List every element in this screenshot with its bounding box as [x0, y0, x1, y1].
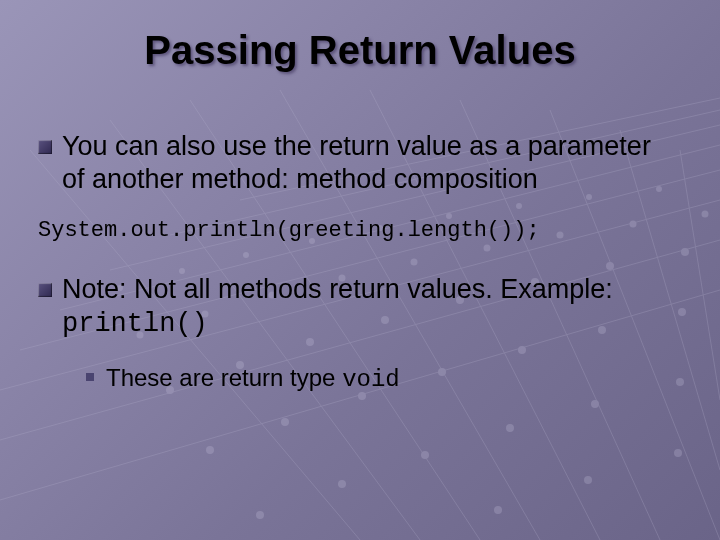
bullet-text-1: You can also use the return value as a p…	[62, 130, 680, 196]
slide-title: Passing Return Values	[0, 28, 720, 73]
svg-point-32	[702, 211, 709, 218]
svg-point-7	[681, 248, 689, 256]
bullet-item-2: Note: Not all methods return values. Exa…	[38, 273, 680, 341]
sub-code: void	[342, 366, 400, 393]
sub-bullet-item: These are return type void	[86, 363, 680, 395]
sub-prefix: These are return type	[106, 364, 342, 391]
sub-bullet-text: These are return type void	[106, 363, 400, 395]
svg-point-18	[506, 424, 514, 432]
svg-point-19	[591, 400, 599, 408]
svg-point-15	[256, 511, 264, 519]
svg-point-22	[584, 476, 592, 484]
svg-point-23	[674, 449, 682, 457]
bullet-2-code: println()	[62, 309, 208, 339]
svg-point-21	[494, 506, 502, 514]
code-example: System.out.println(greeting.length());	[38, 218, 680, 243]
svg-point-17	[421, 451, 429, 459]
slide: Passing Return Values You can also use t…	[0, 0, 720, 540]
svg-point-8	[206, 446, 214, 454]
square-bullet-icon	[38, 140, 52, 154]
bullet-item-1: You can also use the return value as a p…	[38, 130, 680, 196]
small-square-bullet-icon	[86, 373, 94, 381]
square-bullet-icon	[38, 283, 52, 297]
svg-point-9	[281, 418, 289, 426]
bullet-text-2: Note: Not all methods return values. Exa…	[62, 273, 680, 341]
slide-body: You can also use the return value as a p…	[38, 130, 680, 395]
svg-point-16	[338, 480, 346, 488]
bullet-2-prefix: Note: Not all methods return values. Exa…	[62, 274, 613, 304]
